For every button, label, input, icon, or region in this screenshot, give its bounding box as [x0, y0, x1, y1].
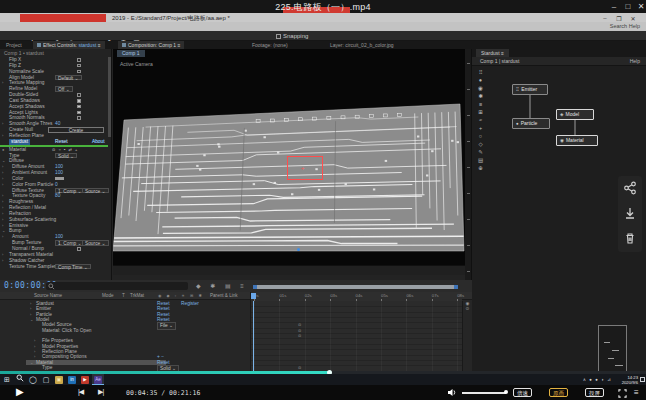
- mask-visibility-icon[interactable]: ⬚: [173, 273, 178, 275]
- region-of-interest-icon[interactable]: ◫: [129, 273, 134, 275]
- row-dropdown[interactable]: Off ⌄: [55, 86, 73, 91]
- file-explorer-icon[interactable]: ▣: [53, 374, 65, 385]
- window-close-button[interactable]: ✕: [635, 1, 646, 12]
- row-checkbox[interactable]: [77, 247, 81, 251]
- fullscreen-icon[interactable]: [618, 389, 627, 398]
- window-maximize-button[interactable]: □: [622, 1, 634, 12]
- about-link[interactable]: About: [92, 139, 105, 145]
- playhead-handle[interactable]: [251, 293, 256, 299]
- view-layout-select[interactable]: 2 Views ▾: [295, 273, 316, 275]
- tab-footage[interactable]: Footage: (none): [248, 41, 292, 49]
- resolution-select[interactable]: Full ▾: [224, 273, 236, 275]
- ae-close-button[interactable]: ✕: [628, 15, 638, 22]
- pixel-aspect-icon[interactable]: ◔: [323, 273, 326, 275]
- column-t[interactable]: T: [122, 292, 125, 300]
- row-checkbox[interactable]: [77, 105, 81, 109]
- comp-navigator-tab[interactable]: Comp 1: [117, 50, 145, 57]
- red-app-icon[interactable]: ▶: [79, 374, 91, 385]
- transparency-grid-icon[interactable]: ◧: [242, 273, 247, 275]
- speed-button[interactable]: 倍速: [513, 388, 532, 397]
- row-checkbox[interactable]: [77, 93, 81, 97]
- grid-options-icon[interactable]: ⊞: [163, 273, 167, 275]
- timeline-search-input[interactable]: [46, 282, 188, 290]
- ae-restore-button[interactable]: ❐: [614, 15, 624, 22]
- window-minimize-button[interactable]: –: [608, 1, 620, 12]
- tab-effect-controls[interactable]: Effect Controls: stardust ≡: [33, 41, 105, 49]
- effect-controls-scrollbar[interactable]: [108, 57, 111, 137]
- taskbar-clock[interactable]: 14:232020/9/6: [612, 374, 638, 386]
- tab-composition[interactable]: Composition: Comp 1 ≡: [118, 41, 184, 49]
- model-node[interactable]: ◈Model: [556, 109, 594, 120]
- reset-link[interactable]: Reset: [55, 139, 68, 145]
- row-checkbox[interactable]: [77, 116, 81, 120]
- column-mode[interactable]: Mode: [102, 292, 114, 300]
- volume-slider[interactable]: [462, 392, 506, 394]
- previous-button[interactable]: |◀: [78, 388, 83, 396]
- volume-icon[interactable]: [447, 388, 457, 397]
- snapshot-icon[interactable]: ▣: [213, 273, 218, 275]
- row-checkbox[interactable]: [77, 99, 81, 103]
- row-dropdown[interactable]: Comp Time ⌄: [55, 264, 91, 269]
- work-area-end-handle[interactable]: [454, 285, 458, 289]
- row-dropdown[interactable]: Solid ⌄: [55, 153, 77, 158]
- share-nodes-icon[interactable]: [623, 181, 637, 195]
- cast-button[interactable]: 投屏: [585, 388, 604, 397]
- row-dropdown-source[interactable]: Source ⌄: [82, 240, 109, 245]
- playlist-icon[interactable]: ≡: [634, 388, 639, 397]
- effect-row-stardust[interactable]: stardustResetAboutResetAbout: [0, 139, 108, 145]
- preview-time[interactable]: 0:00:00:00: [184, 273, 208, 275]
- particle-node[interactable]: ●Particle: [512, 118, 550, 129]
- timeline-row-type[interactable]: TypeSolid ⌄⊙: [0, 365, 250, 370]
- play-button[interactable]: ▶: [16, 386, 24, 397]
- cortana-icon[interactable]: ◯: [27, 374, 39, 385]
- volume-knob[interactable]: [504, 390, 508, 394]
- exposure-value[interactable]: +0.0: [332, 273, 342, 275]
- start-button[interactable]: ⊞: [1, 374, 13, 385]
- snapping-checkbox[interactable]: [276, 34, 281, 39]
- stopwatch-icon[interactable]: ⊙: [298, 333, 301, 338]
- composition-viewport[interactable]: Comp 1 Active Camera + ⊡◫100% ▾⊞⬚0:00:00…: [113, 49, 465, 275]
- after-effects-icon[interactable]: Ae: [92, 374, 104, 385]
- linkedin-icon[interactable]: in: [66, 374, 78, 385]
- create-null-button[interactable]: Create: [48, 127, 104, 132]
- work-area-bar[interactable]: [253, 285, 458, 289]
- row-dropdown[interactable]: Default ⌄: [55, 75, 82, 80]
- timeline-lanes[interactable]: [250, 301, 462, 371]
- column-source-name[interactable]: Source Name: [34, 292, 62, 300]
- quality-button[interactable]: 原画: [549, 388, 568, 397]
- tab-layer[interactable]: Layer: circuit_02_b_color.jpg: [326, 41, 398, 49]
- color-swatch[interactable]: [55, 177, 64, 181]
- snapping-toggle[interactable]: Snapping: [276, 31, 308, 41]
- row-checkbox[interactable]: [77, 64, 81, 68]
- time-ruler[interactable]: 0s01s02s03s04s05s06s07s08s: [250, 292, 462, 301]
- row-dropdown-source[interactable]: Source ⌄: [82, 188, 109, 193]
- row-dropdown-layer[interactable]: 1. Comp ⌄: [55, 240, 84, 245]
- stopwatch-icon[interactable]: ⊙: [298, 365, 301, 370]
- emitter-node[interactable]: ⠿Emitter: [512, 84, 548, 95]
- search-help[interactable]: Search Help: [610, 22, 640, 31]
- row-checkbox[interactable]: [77, 70, 81, 74]
- row-checkbox[interactable]: [77, 111, 81, 115]
- taskbar-search-icon[interactable]: [14, 374, 26, 385]
- trash-icon[interactable]: [623, 231, 637, 245]
- magnification-select[interactable]: 100% ▾: [140, 273, 157, 275]
- row-checkbox[interactable]: [77, 58, 81, 62]
- effect-row-texture-time-sampler[interactable]: Texture Time SamplerComp Time ⌄: [0, 264, 108, 270]
- work-area-start-handle[interactable]: [253, 285, 257, 289]
- camera-select[interactable]: Active Camera ▾: [253, 273, 290, 275]
- ae-minimize-button[interactable]: –: [600, 15, 610, 21]
- column-parent-link[interactable]: Parent & Link: [210, 292, 238, 300]
- system-tray[interactable]: ∧ ● ● ◗ ⊿: [583, 374, 612, 385]
- download-icon[interactable]: [623, 206, 637, 220]
- tab-project[interactable]: Project: [2, 41, 26, 49]
- hand-toggle-icon[interactable]: ⊡: [119, 273, 123, 275]
- notification-center-icon[interactable]: [640, 377, 645, 382]
- next-button[interactable]: ▶|: [98, 388, 103, 396]
- column-trkmat[interactable]: TrkMat: [130, 292, 144, 300]
- material-node[interactable]: ◉Material: [556, 135, 598, 146]
- collapsed-panel-strip[interactable]: [465, 49, 472, 280]
- timeline-view-icons[interactable]: ◆ ✱ ▤ ≡: [196, 280, 248, 292]
- tray-caret-icon[interactable]: ∧: [583, 377, 587, 382]
- task-view-icon[interactable]: ▢: [40, 374, 52, 385]
- row-dropdown-layer[interactable]: 1. Comp ⌄: [55, 188, 84, 193]
